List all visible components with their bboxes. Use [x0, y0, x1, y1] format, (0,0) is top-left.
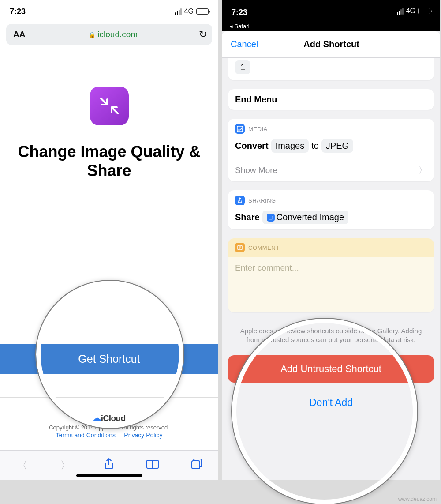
- page-content: Change Image Quality & Share: [0, 45, 218, 180]
- sheet-title: Add Shortcut: [303, 39, 359, 49]
- copyright-text: Copyright © 2019 Apple Inc. All rights r…: [0, 424, 218, 431]
- network-label: 4G: [184, 8, 194, 15]
- action-card-menu: 1: [228, 58, 434, 80]
- sharing-icon: [235, 196, 245, 205]
- media-category-label: MEDIA: [248, 126, 268, 132]
- home-indicator: [76, 474, 142, 477]
- action-card-end-menu: End Menu: [228, 89, 434, 110]
- phone-screenshot-safari: 7:23 4G AA icloud.com ↻ Change Image Qua…: [0, 0, 218, 480]
- sharing-category-label: SHARING: [248, 197, 276, 204]
- end-menu-label: End Menu: [235, 94, 277, 104]
- safari-address-bar[interactable]: AA icloud.com ↻: [6, 24, 212, 45]
- untrusted-warning-text: Apple does not review shortcuts outside …: [228, 322, 434, 349]
- tabs-icon[interactable]: [191, 458, 202, 473]
- status-bar: 7:23 4G: [0, 0, 218, 19]
- comment-category-label: COMMENT: [248, 244, 280, 251]
- back-to-safari[interactable]: ◂ Safari: [222, 23, 440, 31]
- signal-icon: [175, 8, 182, 15]
- status-time: 7:23: [232, 8, 247, 17]
- media-icon: [235, 124, 245, 134]
- action-card-comment: COMMENT Enter comment...: [228, 238, 434, 312]
- battery-icon: [196, 8, 209, 15]
- forward-button[interactable]: 〉: [60, 458, 71, 473]
- menu-index-badge: 1: [235, 60, 250, 74]
- page-title: Change Image Quality & Share: [0, 142, 218, 180]
- icloud-logo: ☁iCloud: [0, 413, 218, 423]
- status-bar: 7:23 4G: [222, 0, 440, 23]
- svg-rect-1: [192, 461, 200, 469]
- phone-screenshot-shortcuts: 7:23 4G ◂ Safari Cancel Add Shortcut 1 E…: [222, 0, 440, 480]
- watermark: www.deuaz.com: [398, 496, 437, 502]
- status-right: 4G: [397, 7, 430, 15]
- status-time: 7:23: [10, 7, 26, 16]
- terms-link[interactable]: Terms and Conditions: [56, 432, 116, 439]
- comment-input[interactable]: Enter comment...: [228, 257, 434, 312]
- shortcut-actions-scroll[interactable]: 1 End Menu MEDIA Convert Images to JPEG …: [222, 58, 440, 349]
- page-footer: ☁iCloud Copyright © 2019 Apple Inc. All …: [0, 413, 218, 439]
- share-icon[interactable]: [104, 458, 114, 473]
- back-button[interactable]: 〈: [16, 458, 28, 473]
- divider: [0, 397, 218, 398]
- convert-verb: Convert: [235, 141, 269, 151]
- network-label: 4G: [406, 7, 415, 15]
- comment-icon: [235, 243, 245, 252]
- share-verb: Share: [235, 212, 260, 222]
- chevron-right-icon: 〉: [419, 165, 427, 176]
- show-more-row[interactable]: Show More 〉: [228, 159, 434, 181]
- action-card-sharing: SHARING Share ▢ Converted Image: [228, 190, 434, 229]
- reload-icon[interactable]: ↻: [194, 29, 212, 40]
- bookmarks-icon[interactable]: [146, 459, 159, 472]
- add-untrusted-shortcut-button[interactable]: Add Untrusted Shortcut: [228, 355, 434, 383]
- compress-arrows-icon: [99, 96, 120, 116]
- privacy-link[interactable]: Privacy Policy: [124, 432, 162, 439]
- battery-icon: [418, 8, 430, 14]
- to-label: to: [311, 141, 319, 151]
- shortcut-app-icon: [90, 87, 129, 125]
- lock-icon: [88, 30, 97, 39]
- url-label: icloud.com: [32, 30, 194, 39]
- action-card-media: MEDIA Convert Images to JPEG Show More 〉: [228, 119, 434, 181]
- dont-add-button[interactable]: Don't Add: [222, 383, 440, 422]
- cancel-button[interactable]: Cancel: [231, 39, 258, 49]
- signal-icon: [397, 8, 404, 15]
- jpeg-token[interactable]: JPEG: [321, 139, 353, 153]
- converted-image-token[interactable]: ▢ Converted Image: [262, 211, 348, 224]
- text-size-button[interactable]: AA: [6, 30, 32, 39]
- image-token-icon: ▢: [267, 214, 275, 222]
- sheet-header-bar: Cancel Add Shortcut: [222, 31, 440, 58]
- svg-point-3: [239, 128, 239, 128]
- get-shortcut-button[interactable]: Get Shortcut: [0, 344, 218, 374]
- status-right: 4G: [175, 8, 209, 15]
- images-token[interactable]: Images: [271, 139, 309, 153]
